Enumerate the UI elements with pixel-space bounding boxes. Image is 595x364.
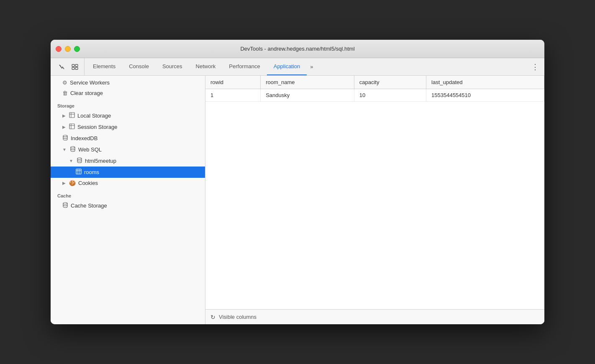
window-title: DevTools - andrew.hedges.name/html5/sql.…	[240, 46, 354, 52]
session-storage-label: Session Storage	[77, 124, 117, 130]
minimize-button[interactable]	[65, 46, 71, 52]
svg-rect-0	[72, 64, 74, 67]
svg-rect-7	[69, 124, 74, 129]
close-button[interactable]	[56, 46, 62, 52]
sidebar-item-rooms[interactable]: rooms	[51, 167, 205, 178]
table-icon	[69, 123, 75, 131]
svg-rect-13	[76, 169, 81, 174]
chevron-right-icon: ▶	[62, 181, 66, 185]
web-sql-label: Web SQL	[78, 146, 102, 153]
svg-point-10	[63, 135, 67, 137]
tab-console[interactable]: Console	[122, 58, 156, 75]
col-capacity: capacity	[354, 76, 426, 89]
visible-columns-label[interactable]: Visible columns	[219, 314, 256, 320]
data-grid-area: rowid room_name capacity last_updated 1 …	[205, 76, 544, 324]
sidebar-item-local-storage[interactable]: ▶ Local Storage	[51, 110, 205, 121]
tab-sources[interactable]: Sources	[156, 58, 189, 75]
gear-icon: ⚙	[62, 79, 67, 86]
svg-point-12	[77, 158, 82, 159]
database-icon	[62, 202, 68, 209]
sidebar-item-clear-storage[interactable]: 🗑 Clear storage	[51, 88, 205, 98]
traffic-lights	[56, 46, 80, 52]
sidebar-item-web-sql[interactable]: ▼ Web SQL	[51, 144, 205, 155]
table-footer: ↻ Visible columns	[205, 309, 544, 324]
rooms-label: rooms	[84, 169, 99, 175]
table-header-row: rowid room_name capacity last_updated	[205, 76, 544, 89]
chevron-down-icon: ▼	[62, 147, 67, 152]
sidebar-item-cookies[interactable]: ▶ 🍪 Cookies	[51, 178, 205, 188]
storage-section-label: Storage	[51, 98, 205, 110]
tab-bar: Elements Console Sources Network Perform…	[51, 58, 544, 76]
col-rowid: rowid	[205, 76, 261, 89]
maximize-button[interactable]	[74, 46, 80, 52]
sidebar-item-session-storage[interactable]: ▶ Session Storage	[51, 121, 205, 133]
tab-application[interactable]: Application	[267, 58, 307, 75]
table-icon	[69, 112, 75, 119]
svg-rect-3	[75, 67, 78, 69]
cell-capacity: 10	[354, 89, 426, 102]
database-icon	[62, 135, 68, 142]
rooms-table: rowid room_name capacity last_updated 1 …	[205, 76, 544, 102]
service-workers-label: Service Workers	[70, 79, 110, 86]
main-content: ⚙ Service Workers 🗑 Clear storage Storag…	[51, 76, 544, 324]
sidebar-item-cache-storage[interactable]: Cache Storage	[51, 200, 205, 211]
trash-icon: 🗑	[62, 90, 68, 96]
cursor-icon[interactable]	[56, 61, 67, 73]
html5meetup-label: html5meetup	[85, 158, 116, 164]
tab-elements[interactable]: Elements	[86, 58, 122, 75]
col-last-updated: last_updated	[426, 76, 544, 89]
sidebar-item-indexeddb[interactable]: IndexedDB	[51, 133, 205, 144]
devtools-window: DevTools - andrew.hedges.name/html5/sql.…	[51, 40, 544, 324]
cookie-icon: 🍪	[69, 180, 76, 186]
table-icon	[76, 169, 82, 176]
sidebar: ⚙ Service Workers 🗑 Clear storage Storag…	[51, 76, 205, 324]
kebab-menu-icon[interactable]: ⋮	[526, 58, 544, 75]
svg-rect-4	[69, 113, 74, 118]
sidebar-item-service-workers[interactable]: ⚙ Service Workers	[51, 77, 205, 88]
tab-performance[interactable]: Performance	[222, 58, 267, 75]
svg-point-11	[71, 146, 75, 148]
cache-section-label: Cache	[51, 188, 205, 200]
cache-storage-label: Cache Storage	[71, 203, 107, 209]
inspect-icon[interactable]	[69, 61, 81, 73]
cookies-label: Cookies	[78, 180, 98, 186]
sidebar-item-html5meetup[interactable]: ▼ html5meetup	[51, 155, 205, 167]
cell-last-updated: 1553544554510	[426, 89, 544, 102]
database-icon	[77, 157, 82, 164]
more-tabs-button[interactable]: »	[307, 58, 316, 75]
toolbar-icons	[52, 58, 85, 75]
local-storage-label: Local Storage	[77, 113, 111, 119]
chevron-down-icon: ▼	[69, 159, 73, 163]
chevron-right-icon: ▶	[62, 125, 66, 129]
col-room-name: room_name	[261, 76, 354, 89]
svg-point-17	[63, 203, 67, 204]
refresh-icon[interactable]: ↻	[210, 314, 215, 320]
indexeddb-label: IndexedDB	[71, 135, 97, 141]
table-row[interactable]: 1 Sandusky 10 1553544554510	[205, 89, 544, 102]
title-bar: DevTools - andrew.hedges.name/html5/sql.…	[51, 40, 544, 58]
cell-room-name: Sandusky	[261, 89, 354, 102]
svg-rect-2	[72, 67, 74, 69]
tab-network[interactable]: Network	[189, 58, 223, 75]
svg-rect-1	[75, 64, 78, 67]
chevron-right-icon: ▶	[62, 113, 66, 118]
cell-rowid: 1	[205, 89, 261, 102]
clear-storage-label: Clear storage	[70, 90, 103, 96]
database-icon	[70, 146, 76, 153]
data-table[interactable]: rowid room_name capacity last_updated 1 …	[205, 76, 544, 309]
